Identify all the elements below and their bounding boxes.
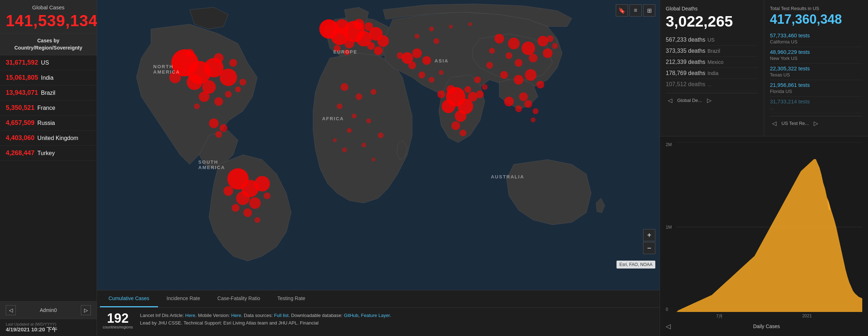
svg-point-7 [367,42,375,50]
map-container[interactable]: NORTHAMERICA SOUTHAMERICA EUROPE AFRICA … [97,0,660,290]
country-list-item[interactable]: 31,671,592US [0,55,97,70]
deaths-count: 107,512 deaths [666,81,705,88]
svg-point-59 [489,48,495,53]
svg-point-6 [345,39,354,48]
info-link-fulllist[interactable]: Full list [274,313,288,318]
zoom-out-btn[interactable]: − [643,242,655,254]
svg-point-84 [504,97,514,106]
map-attribution: Esri, FAO, NOAA [617,261,655,269]
info-link-here1[interactable]: Here [185,313,195,318]
info-lead-text: Lead by JHU CSSE. Technical Support: Esr… [140,320,319,326]
svg-point-103 [476,90,484,98]
svg-point-34 [236,191,250,205]
deaths-list-item: 373,335 deathsBrazil [666,46,758,57]
info-lancet-label: Lancet Inf Dis Article: [140,313,185,318]
svg-point-53 [522,42,535,55]
deaths-location: India [707,70,718,76]
svg-point-51 [494,34,504,43]
deaths-location: Mexico [707,59,723,65]
sidebar-nav-next[interactable]: ▷ [81,305,91,315]
chart-y-label-1m: 1M [666,225,672,230]
country-list-item[interactable]: 4,657,509Russia [0,116,97,131]
svg-point-21 [169,71,181,83]
deaths-list: 567,233 deathsUS373,335 deathsBrazil212,… [666,34,758,90]
svg-point-50 [460,130,466,136]
tests-count: 31,733,214 tests [770,98,862,104]
svg-point-44 [455,110,466,122]
country-list-item[interactable]: 13,943,071Brazil [0,85,97,101]
deaths-nav-next[interactable]: ▷ [705,96,714,104]
info-link-here2[interactable]: Here [231,313,241,318]
svg-point-19 [187,74,202,90]
svg-point-57 [543,48,553,58]
country-name: Turkey [37,150,55,157]
info-link-github[interactable]: GitHub [344,313,358,318]
deaths-list-item: 567,233 deathsUS [666,34,758,46]
tests-list-item: 57,733,460 testsCalifornia US [770,31,862,47]
deaths-nav-label: Global De... [677,98,702,103]
svg-point-77 [366,118,371,123]
list-tool-btn[interactable]: ≡ [629,4,642,17]
right-top: Global Deaths 3,022,265 567,233 deathsUS… [660,0,868,136]
svg-point-90 [209,118,219,128]
tests-location: New York US [770,56,798,61]
zoom-in-btn[interactable]: + [643,229,655,241]
country-cases: 31,671,592 [6,59,38,66]
sidebar-nav-prev[interactable]: ◁ [6,305,16,315]
country-cases: 15,061,805 [6,74,38,81]
svg-point-39 [243,208,252,217]
country-list-item[interactable]: 15,061,805India [0,70,97,85]
svg-point-66 [552,43,558,49]
info-link-feature-layer[interactable]: Feature Layer [361,313,390,318]
tests-list-item: 21,956,861 testsFlorida US [770,80,862,97]
tab-incidence-rate[interactable]: Incidence Rate [158,290,209,307]
chart-nav-prev[interactable]: ◁ [666,322,671,330]
country-list-item[interactable]: 4,268,447Turkey [0,146,97,161]
svg-point-38 [264,192,271,199]
svg-point-63 [525,69,536,81]
svg-point-78 [347,128,351,133]
country-cases: 4,403,060 [6,134,34,142]
tests-nav-prev[interactable]: ◁ [770,119,779,127]
tab-testing-rate[interactable]: Testing Rate [269,290,314,307]
deaths-location: US [707,37,714,43]
world-map-svg [97,0,660,290]
deaths-list-item: 212,339 deathsMexico [666,57,758,68]
country-cases: 4,268,447 [6,149,34,157]
tests-number: 417,360,348 [770,12,862,27]
grid-tool-btn[interactable]: ⊞ [643,4,655,17]
tests-nav-next[interactable]: ▷ [812,119,820,127]
deaths-nav-prev[interactable]: ◁ [666,96,674,104]
country-list[interactable]: 31,671,592US15,061,805India13,943,071Bra… [0,55,97,301]
tests-list-item: 22,305,322 testsTexas US [770,64,862,80]
svg-point-36 [223,186,233,196]
country-list-item[interactable]: 4,403,060United Kingdom [0,131,97,146]
deaths-location: Brazil [707,48,720,54]
country-name: United Kingdom [37,135,78,141]
svg-point-35 [249,197,260,209]
tab-case-fatality-ratio[interactable]: Case-Fatality Ratio [209,290,269,307]
svg-point-71 [397,52,403,59]
tests-count: 21,956,861 tests [770,82,862,88]
svg-point-13 [374,46,383,55]
svg-point-23 [229,59,237,67]
svg-point-43 [442,99,455,113]
tab-cumulative-cases[interactable]: Cumulative Cases [100,290,158,307]
country-list-item[interactable]: 5,350,521France [0,101,97,116]
tests-count: 57,733,460 tests [770,32,862,38]
country-name: Russia [37,120,55,126]
svg-point-85 [519,92,528,101]
svg-point-73 [356,93,363,100]
svg-point-62 [514,75,523,85]
svg-point-88 [533,108,539,114]
svg-point-11 [364,22,373,31]
deaths-panel: Global Deaths 3,022,265 567,233 deathsUS… [660,0,764,136]
chart-area: 2M 1M 0 [666,142,862,312]
svg-point-82 [333,138,337,142]
bookmark-tool-btn[interactable]: 🔖 [616,4,628,17]
svg-point-75 [337,103,342,109]
chart-y-label-0: 0 [666,307,668,312]
svg-point-91 [220,124,227,132]
svg-point-74 [370,89,376,95]
deaths-title: Global Deaths [666,6,758,11]
